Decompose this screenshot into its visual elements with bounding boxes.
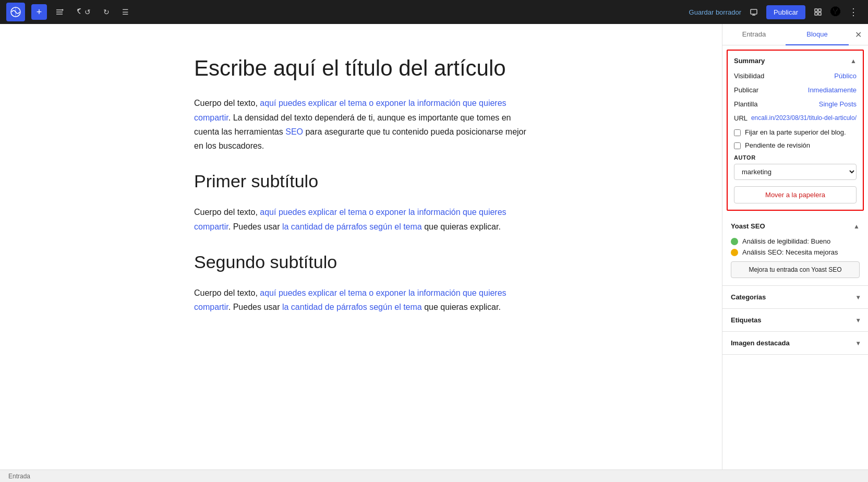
post-title[interactable]: Escribe aquí el título del artículo	[194, 55, 528, 81]
yoast-content: Análisis de legibilidad: Bueno Análisis …	[722, 237, 868, 285]
yoast-icon: 🅨	[830, 6, 841, 18]
tags-section: Etiquetas ▾	[722, 309, 868, 332]
categories-chevron-icon: ▾	[857, 294, 860, 301]
preview-button[interactable]	[745, 4, 762, 20]
legibility-label: Análisis de legibilidad: Bueno	[742, 237, 830, 245]
template-value[interactable]: Single Posts	[819, 100, 857, 108]
legibility-dot-icon	[731, 238, 738, 245]
pin-checkbox[interactable]	[734, 129, 741, 136]
status-bar: Entrada	[0, 469, 868, 482]
redo-button[interactable]: ↻	[99, 5, 114, 19]
sidebar: Entrada Bloque ✕ Summary ▲ Visibilidad P…	[722, 24, 868, 469]
pending-label: Pendiente de revisión	[745, 141, 810, 149]
tags-chevron-icon: ▾	[857, 317, 860, 324]
featured-image-label: Imagen destacada	[731, 339, 790, 347]
visibility-value[interactable]: Público	[834, 72, 857, 80]
yoast-section-title: Yoast SEO	[731, 222, 765, 230]
summary-header: Summary ▲	[734, 57, 857, 65]
svg-rect-4	[818, 9, 821, 11]
svg-rect-6	[818, 13, 821, 15]
svg-point-1	[62, 9, 64, 11]
featured-image-section: Imagen destacada ▾	[722, 332, 868, 355]
sidebar-tabs: Entrada Bloque ✕	[722, 24, 868, 45]
summary-title: Summary	[734, 57, 765, 65]
trash-button[interactable]: Mover a la papelera	[734, 186, 857, 203]
template-label: Plantilla	[734, 100, 758, 108]
subtitle-1[interactable]: Primer subtítulo	[194, 170, 528, 192]
yoast-section: Yoast SEO ▲ Análisis de legibilidad: Bue…	[722, 215, 868, 286]
publish-label: Publicar	[734, 86, 758, 94]
featured-image-section-header[interactable]: Imagen destacada ▾	[722, 332, 868, 354]
categories-label: Categorías	[731, 293, 766, 301]
summary-panel: Summary ▲ Visibilidad Público Publicar I…	[727, 50, 864, 211]
categories-section-header[interactable]: Categorías ▾	[722, 286, 868, 308]
tools-button[interactable]	[51, 5, 68, 19]
pending-row: Pendiente de revisión	[734, 141, 857, 149]
yoast-improve-button[interactable]: Mejora tu entrada con Yoast SEO	[731, 261, 860, 278]
visibility-row: Visibilidad Público	[734, 72, 857, 80]
add-block-button[interactable]: +	[31, 4, 47, 20]
seo-dot-icon	[731, 249, 738, 256]
body-paragraph-3[interactable]: Cuerpo del texto, aquí puedes explicar e…	[194, 286, 528, 314]
more-options-button[interactable]: ⋮	[845, 4, 862, 20]
subtitle-2[interactable]: Segundo subtítulo	[194, 250, 528, 273]
author-label: AUTOR	[734, 154, 857, 161]
visibility-label: Visibilidad	[734, 72, 764, 80]
tab-bloque[interactable]: Bloque	[786, 24, 849, 45]
svg-rect-2	[751, 9, 757, 14]
status-label: Entrada	[8, 473, 30, 480]
legibility-row: Análisis de legibilidad: Bueno	[731, 237, 860, 245]
svg-rect-5	[815, 13, 817, 15]
publish-value[interactable]: Inmediatamente	[808, 86, 857, 94]
publish-button[interactable]: Publicar	[766, 5, 805, 19]
seo-row: Análisis SEO: Necesita mejoras	[731, 248, 860, 256]
settings-toggle-button[interactable]	[810, 4, 826, 20]
editor-content: Escribe aquí el título del artículo Cuer…	[184, 55, 538, 331]
summary-collapse-button[interactable]: ▲	[850, 57, 857, 65]
undo-button[interactable]: ↺	[72, 5, 95, 19]
featured-image-chevron-icon: ▾	[857, 340, 860, 347]
body-paragraph-2[interactable]: Cuerpo del texto, aquí puedes explicar e…	[194, 205, 528, 233]
pin-label: Fijar en la parte superior del blog.	[745, 128, 846, 136]
wordpress-logo[interactable]	[6, 3, 25, 21]
close-sidebar-button[interactable]: ✕	[849, 24, 868, 45]
author-select[interactable]: marketing	[734, 164, 857, 180]
topbar-right: Guardar borrador Publicar 🅨 ⋮	[689, 4, 862, 20]
save-draft-button[interactable]: Guardar borrador	[689, 8, 741, 16]
main-layout: Escribe aquí el título del artículo Cuer…	[0, 24, 868, 469]
svg-rect-3	[815, 9, 817, 11]
list-view-button[interactable]: ☰	[118, 5, 133, 19]
editor-area[interactable]: Escribe aquí el título del artículo Cuer…	[0, 24, 722, 469]
tags-label: Etiquetas	[731, 316, 762, 324]
pending-checkbox[interactable]	[734, 142, 741, 149]
yoast-chevron-icon: ▲	[853, 223, 860, 230]
template-row: Plantilla Single Posts	[734, 100, 857, 108]
seo-label: Análisis SEO: Necesita mejoras	[742, 248, 838, 256]
tags-section-header[interactable]: Etiquetas ▾	[722, 309, 868, 331]
url-value[interactable]: encali.in/2023/08/31/titulo-del-articulo…	[751, 114, 857, 122]
yoast-section-header[interactable]: Yoast SEO ▲	[722, 215, 868, 237]
pin-row: Fijar en la parte superior del blog.	[734, 128, 857, 136]
url-row: URL encali.in/2023/08/31/titulo-del-arti…	[734, 114, 857, 122]
body-paragraph-1[interactable]: Cuerpo del texto, aquí puedes explicar e…	[194, 96, 528, 153]
publish-row: Publicar Inmediatamente	[734, 86, 857, 94]
url-label: URL	[734, 114, 748, 122]
categories-section: Categorías ▾	[722, 286, 868, 309]
tab-entrada[interactable]: Entrada	[722, 24, 786, 45]
topbar: + ↺ ↻ ☰ Guardar borrador Publicar	[0, 0, 868, 24]
